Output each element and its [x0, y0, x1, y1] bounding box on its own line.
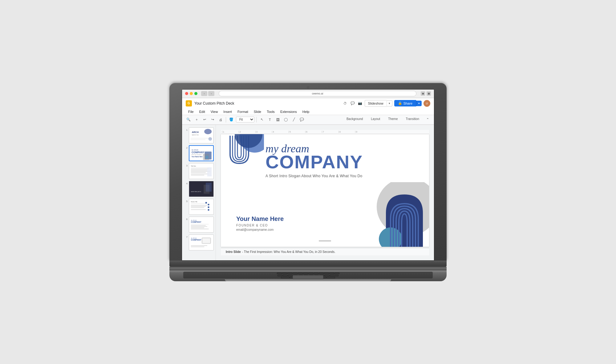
comment-tb-btn[interactable]: 💬 [298, 116, 305, 123]
forward-button[interactable]: › [208, 91, 214, 96]
ruler-mark-7: 7 [322, 131, 338, 133]
slide-preview-1[interactable]: ARCH MARKETING [189, 127, 214, 143]
shape-btn[interactable]: ◯ [282, 116, 289, 123]
slide-thumb-4[interactable]: 4 make them feel it. [184, 181, 214, 197]
redo-btn[interactable]: ↪ [209, 116, 216, 123]
svg-text:my dream: my dream [191, 237, 197, 238]
svg-rect-53 [191, 245, 207, 246]
title-bar-icons: ⊕ ⊞ [421, 91, 431, 96]
ruler-marks: 1 2 3 4 5 6 7 8 9 [222, 131, 372, 133]
thumb-content-3: Title Here [189, 163, 213, 179]
tab-layout[interactable]: Layout [368, 116, 383, 123]
tab-transition[interactable]: Transition [403, 116, 422, 123]
svg-text:Your Name Here: Your Name Here [192, 156, 203, 157]
back-button[interactable]: ‹ [201, 91, 207, 96]
camera-icon[interactable]: 📷 [357, 101, 363, 106]
share-button[interactable]: 🔒 Share [394, 100, 416, 106]
collapse-btn[interactable]: ⌃ [424, 116, 431, 123]
svg-rect-47 [191, 229, 209, 229]
slide-num-1: 1 [184, 129, 188, 131]
zoom-select[interactable]: Fit 50% 75% 100% [236, 117, 254, 122]
doc-title[interactable]: Your Custom Pitch Deck [194, 101, 340, 106]
zoom-in-btn[interactable]: ＋ [193, 116, 200, 123]
address-bar[interactable]: ceemo.ai [219, 91, 416, 96]
close-button[interactable] [185, 92, 188, 95]
menu-extensions[interactable]: Extensions [278, 109, 299, 114]
screen-bezel: ‹ › ceemo.ai ⊕ ⊞ G Your Custom [169, 83, 447, 261]
slide-thumb-7[interactable]: 7 my dream COMPANY [184, 234, 214, 250]
founder-title: FOUNDER & CEO [236, 224, 284, 227]
thumb-content-7: my dream COMPANY [189, 235, 213, 250]
menu-format[interactable]: Format [235, 109, 251, 114]
slide-preview-7[interactable]: my dream COMPANY [189, 234, 214, 250]
slides-header: G Your Custom Pitch Deck ⏱ 💬 📷 Slideshow… [182, 98, 434, 125]
slideshow-dropdown[interactable]: ▾ [387, 100, 392, 106]
zoom-out-btn[interactable]: 🔍 [185, 116, 192, 123]
text-btn[interactable]: T [266, 116, 273, 123]
doc-icon: G [186, 100, 192, 106]
slide-thumb-1[interactable]: 1 ARCH MARKETING [184, 127, 214, 143]
arch-decoration-right [355, 182, 429, 247]
tab-background[interactable]: Background [343, 116, 366, 123]
tb-icon-2[interactable]: ⊞ [427, 91, 431, 96]
tab-theme[interactable]: Theme [385, 116, 401, 123]
print-btn[interactable]: 🖨 [217, 116, 224, 123]
menu-tools[interactable]: Tools [264, 109, 277, 114]
main-slide[interactable]: my dream COMPANY A Short Intro Slogan Ab… [221, 134, 429, 247]
svg-text:my dream: my dream [192, 149, 198, 150]
menu-insert[interactable]: Insert [221, 109, 234, 114]
menu-slide[interactable]: Slide [251, 109, 264, 114]
toolbar-div-1 [226, 117, 226, 122]
image-btn[interactable]: 🖼 [274, 116, 281, 123]
cursor-btn[interactable]: ↖ [258, 116, 265, 123]
user-avatar[interactable]: U [424, 100, 430, 107]
keyboard-row-1 [185, 273, 431, 274]
key [278, 275, 282, 276]
key [277, 273, 282, 274]
slide-preview-4[interactable]: make them feel it. [189, 181, 214, 197]
slide-thumb-5[interactable]: 5 Section Title [184, 199, 214, 215]
slideshow-button[interactable]: Slideshow [365, 100, 387, 107]
svg-text:COMPANY: COMPANY [191, 221, 201, 223]
menu-help[interactable]: Help [300, 109, 312, 114]
history-icon[interactable]: ⏱ [342, 101, 348, 106]
slide-preview-5[interactable]: Section Title [189, 199, 214, 215]
share-dropdown[interactable]: ▾ [416, 101, 422, 106]
thumb-content-5: Section Title [189, 199, 213, 214]
line-btn[interactable]: ╱ [290, 116, 297, 123]
svg-text:Section Title: Section Title [191, 201, 197, 202]
ruler-top: 1 2 3 4 5 6 7 8 9 [221, 130, 429, 134]
slide-preview-2[interactable]: my dream COMPANY A Short Intro Slogan Ab… [189, 145, 214, 161]
slide-thumb-2[interactable]: 2 my dream COMPANY A Short Intro Slogan … [184, 145, 214, 161]
maximize-button[interactable] [194, 92, 197, 95]
minimize-button[interactable] [190, 92, 193, 95]
ruler-mark-2: 2 [239, 131, 255, 133]
key [330, 275, 338, 276]
founder-email: email@companyname.com [236, 228, 284, 231]
svg-text:MARKETING: MARKETING [192, 134, 199, 136]
thumb-content-1: ARCH MARKETING [189, 128, 213, 143]
menu-file[interactable]: File [186, 109, 196, 114]
founder-area: Your Name Here FOUNDER & CEO email@compa… [236, 215, 284, 231]
svg-rect-19 [191, 170, 207, 170]
trackpad[interactable] [293, 275, 323, 279]
toolbar: 🔍 ＋ ↩ ↪ 🖨 🪣 Fit 50% 75% 100% ↖ T [182, 115, 434, 125]
slide-preview-6[interactable]: my dream COMPANY [189, 217, 214, 233]
comment-icon[interactable]: 💬 [350, 101, 355, 106]
slide-thumb-6[interactable]: 6 my dream COMPANY [184, 217, 214, 233]
slides-panel[interactable]: 1 ARCH MARKETING [182, 125, 216, 260]
slide-page-indicator [319, 241, 331, 241]
thumb-content-6: my dream COMPANY [189, 217, 213, 232]
menu-edit[interactable]: Edit [197, 109, 208, 114]
undo-btn[interactable]: ↩ [201, 116, 208, 123]
menu-view[interactable]: View [208, 109, 221, 114]
slide-thumb-3[interactable]: 3 Title Here [184, 163, 214, 179]
key [334, 273, 339, 274]
company-name: COMPANY [265, 153, 363, 171]
slide-preview-3[interactable]: Title Here [189, 163, 214, 179]
laptop-wrapper: ‹ › ceemo.ai ⊕ ⊞ G Your Custom [169, 83, 447, 281]
svg-rect-31 [191, 203, 206, 203]
paint-format-btn[interactable]: 🪣 [228, 116, 235, 123]
tb-icon-1[interactable]: ⊕ [421, 91, 425, 96]
speaker-notes-bar: Intro Slide - The First Impression: Who … [221, 248, 429, 255]
